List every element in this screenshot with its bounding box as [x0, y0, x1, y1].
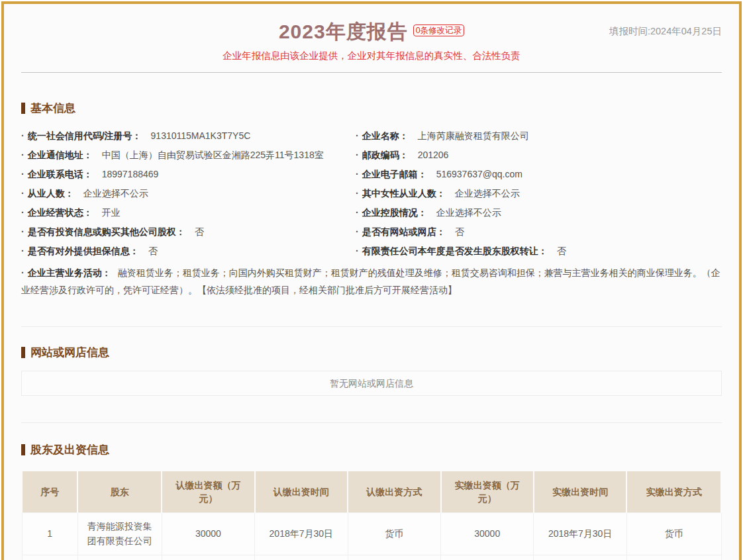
field-credit-code: ·统一社会信用代码/注册号：91310115MA1K3T7Y5C — [21, 126, 356, 146]
cell-paid-amount: 0 — [441, 555, 534, 560]
bullet-icon: · — [21, 207, 25, 218]
col-header-subscribed-date: 认缴出资时间 — [255, 471, 348, 512]
field-value: 18997188469 — [102, 169, 159, 179]
col-header-paid-amount: 实缴出资额（万元） — [441, 471, 534, 512]
report-header: 2023年度报告0条修改记录 填报时间:2024年04月25日 企业年报信息由该… — [21, 15, 722, 73]
page-title: 2023年度报告 — [279, 21, 408, 42]
section-shareholders: 股东及出资信息 序号 股东 认缴出资额（万元） 认缴出资时间 认缴出资方式 实缴… — [21, 442, 722, 560]
field-label: 企业经营状态： — [28, 207, 93, 218]
section-website-header: 网站或网店信息 — [21, 345, 722, 360]
field-value: 中国（上海）自由贸易试验区金湘路225弄11号1318室 — [102, 150, 324, 160]
bullet-icon: · — [356, 150, 359, 160]
col-header-subscribed-amount: 认缴出资额（万元） — [162, 471, 254, 512]
field-value: 201206 — [418, 150, 449, 160]
cell-paid-date: 2018年7月30日 — [534, 512, 626, 555]
col-header-index: 序号 — [22, 471, 77, 512]
section-bar-icon — [21, 347, 25, 358]
cell-subscribed-date: 2018年7月30日 — [255, 555, 348, 560]
fill-time-label: 填报时间:2024年04月25日 — [609, 25, 722, 38]
field-postcode: ·邮政编码：201206 — [356, 146, 722, 165]
cell-subscribed-amount: 10000 — [162, 555, 254, 560]
cell-shareholder: 香港瑞盛德贸易有限公司 — [77, 555, 162, 560]
field-label: 其中女性从业人数： — [362, 188, 446, 199]
field-business-status: ·企业经营状态：开业 — [21, 203, 356, 222]
field-main-business: ·企业主营业务活动：融资租赁业务；租赁业务；向国内外购买租赁财产；租赁财产的残值… — [21, 264, 722, 299]
field-email: ·企业电子邮箱：516937637@qq.com — [356, 165, 722, 184]
cell-subscribed-method: 货币 — [348, 555, 440, 560]
section-website-title: 网站或网店信息 — [30, 345, 109, 360]
bullet-icon: · — [356, 169, 359, 179]
field-label: 是否有网站或网店： — [362, 226, 446, 237]
bullet-icon: · — [21, 169, 25, 179]
field-phone: ·企业联系电话：18997188469 — [21, 165, 356, 184]
field-label: 企业控股情况： — [362, 207, 427, 218]
field-value: 否 — [557, 246, 566, 256]
field-equity-transfer: ·有限责任公司本年度是否发生股东股权转让：否 — [356, 242, 722, 261]
field-value: 516937637@qq.com — [436, 169, 522, 179]
field-label: 企业名称： — [362, 130, 409, 141]
disclaimer-text: 企业年报信息由该企业提供，企业对其年报信息的真实性、合法性负责 — [21, 50, 722, 62]
field-label: 统一社会信用代码/注册号： — [28, 130, 142, 141]
field-guarantee-info: ·是否有对外提供担保信息：否 — [21, 242, 356, 261]
basic-info-grid: ·统一社会信用代码/注册号：91310115MA1K3T7Y5C ·企业通信地址… — [21, 126, 722, 261]
field-employees: ·从业人数：企业选择不公示 — [21, 184, 356, 203]
bullet-icon: · — [356, 226, 359, 237]
table-row: 2 香港瑞盛德贸易有限公司 10000 2018年7月30日 货币 0 其他 — [22, 555, 721, 560]
bullet-icon: · — [21, 188, 25, 199]
header-divider — [21, 72, 722, 73]
cell-paid-method: 其他 — [626, 555, 721, 560]
section-basic-info: 基本信息 ·统一社会信用代码/注册号：91310115MA1K3T7Y5C ·企… — [21, 101, 722, 299]
cell-subscribed-date: 2018年7月30日 — [255, 512, 348, 555]
field-label: 企业电子邮箱： — [362, 169, 427, 179]
bullet-icon: · — [21, 150, 25, 160]
col-header-paid-method: 实缴出资方式 — [626, 471, 721, 512]
section-divider — [21, 422, 722, 423]
section-shareholders-title: 股东及出资信息 — [30, 442, 109, 457]
table-header-row: 序号 股东 认缴出资额（万元） 认缴出资时间 认缴出资方式 实缴出资额（万元） … — [22, 471, 721, 512]
field-value: 91310115MA1K3T7Y5C — [151, 130, 251, 141]
field-value: 否 — [148, 246, 158, 256]
table-row: 1 青海能源投资集团有限责任公司 30000 2018年7月30日 货币 300… — [22, 512, 721, 555]
field-value: 开业 — [102, 207, 121, 218]
annual-report-page: 2023年度报告0条修改记录 填报时间:2024年04月25日 企业年报信息由该… — [1, 1, 742, 560]
field-value: 企业选择不公示 — [436, 207, 501, 218]
field-label: 有限责任公司本年度是否发生股东股权转让： — [362, 246, 548, 256]
modification-records-badge[interactable]: 0条修改记录 — [413, 24, 464, 36]
col-header-shareholder: 股东 — [77, 471, 162, 512]
bullet-icon: · — [356, 188, 359, 199]
website-empty-placeholder: 暂无网站或网店信息 — [21, 371, 722, 396]
bullet-icon: · — [356, 130, 359, 141]
field-value: 上海芮康融资租赁有限公司 — [418, 130, 529, 141]
cell-paid-date — [534, 555, 626, 560]
field-label: 邮政编码： — [362, 150, 409, 160]
col-header-subscribed-method: 认缴出资方式 — [348, 471, 440, 512]
cell-subscribed-method: 货币 — [348, 512, 440, 555]
section-basic-info-header: 基本信息 — [21, 101, 722, 116]
bullet-icon: · — [21, 130, 25, 141]
field-has-website: ·是否有网站或网店：否 — [356, 222, 722, 242]
field-company-name: ·企业名称：上海芮康融资租赁有限公司 — [356, 126, 722, 146]
bullet-icon: · — [356, 207, 359, 218]
field-holding-status: ·企业控股情况：企业选择不公示 — [356, 203, 722, 222]
bullet-icon: · — [21, 246, 25, 256]
field-label: 是否有投资信息或购买其他公司股权： — [28, 226, 185, 237]
field-label: 从业人数： — [28, 188, 74, 199]
field-female-employees: ·其中女性从业人数：企业选择不公示 — [356, 184, 722, 203]
field-value: 企业选择不公示 — [455, 188, 520, 199]
section-bar-icon — [21, 103, 25, 114]
section-basic-info-title: 基本信息 — [30, 101, 75, 116]
shareholders-table: 序号 股东 认缴出资额（万元） 认缴出资时间 认缴出资方式 实缴出资额（万元） … — [21, 471, 722, 560]
field-investment-info: ·是否有投资信息或购买其他公司股权：否 — [21, 222, 356, 242]
col-header-paid-date: 实缴出资时间 — [534, 471, 626, 512]
section-bar-icon — [21, 444, 25, 455]
field-label: 是否有对外提供担保信息： — [28, 246, 139, 256]
cell-subscribed-amount: 30000 — [162, 512, 254, 555]
field-label: 企业联系电话： — [28, 169, 93, 179]
field-label: 企业通信地址： — [28, 150, 93, 160]
field-value: 否 — [195, 226, 204, 237]
section-website-info: 网站或网店信息 暂无网站或网店信息 — [21, 345, 722, 396]
bullet-icon: · — [356, 246, 359, 256]
field-value: 融资租赁业务；租赁业务；向国内外购买租赁财产；租赁财产的残值处理及维修；租赁交易… — [21, 267, 720, 295]
bullet-icon: · — [21, 226, 25, 237]
field-label: 企业主营业务活动： — [28, 267, 111, 278]
